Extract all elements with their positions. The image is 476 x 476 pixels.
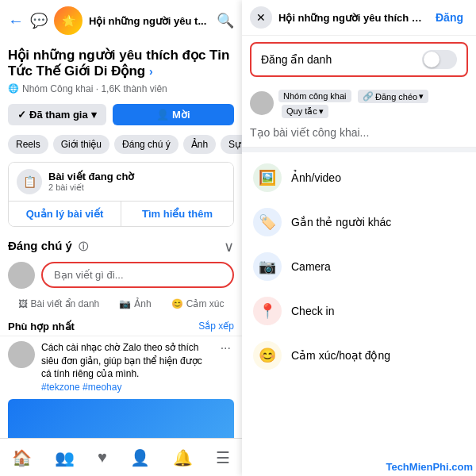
compose-meta: Nhóm công khai 🔗 Đăng chéo ▾ Quy tắc ▾ [278, 88, 468, 118]
learn-more-button[interactable]: Tìm hiểu thêm [121, 202, 233, 226]
post-mode-dropdown[interactable]: 🔗 Đăng chéo ▾ [358, 90, 428, 103]
nav-home[interactable]: 🏠 [12, 448, 32, 467]
checkin-item[interactable]: 📍 Check in [242, 289, 476, 333]
hidden-post-label: Bài viết ẩn danh [31, 298, 100, 309]
tab-intro[interactable]: Giới thiệu [53, 135, 109, 154]
compose-group-tag: Nhóm công khai [278, 90, 351, 102]
post-input-row: Bạn viết gì đi... [0, 259, 242, 292]
right-panel: ✕ Hội những người yêu thích đọc Ti... Đă… [242, 0, 476, 476]
feeling-activity-label: Cảm xúc/hoạt động [291, 349, 390, 362]
tab-events[interactable]: Sự kiệ [221, 135, 242, 154]
compose-placeholder[interactable]: Tạo bài viết công khai... [250, 123, 468, 142]
feed-post: Cách cài nhạc chờ Zalo theo sở thích siê… [0, 336, 242, 451]
group-name-arrow[interactable]: › [149, 65, 153, 78]
feed-header: Phù hợp nhất Sắp xếp [0, 317, 242, 336]
feed-post-text: Cách cài nhạc chờ Zalo theo sở thích siê… [41, 342, 202, 380]
joined-button[interactable]: ✓ Đã tham gia ▾ [8, 104, 106, 125]
right-header: ✕ Hội những người yêu thích đọc Ti... Đă… [242, 0, 476, 36]
post-action-buttons: 🖼 Bài viết ẩn danh 📷 Ảnh 😊 Cảm xúc [0, 292, 242, 317]
pending-header: 📋 Bài viết đang chờ 2 bài viết [9, 163, 233, 201]
post-mode-chevron-icon: ▾ [419, 91, 424, 102]
checkin-icon: 📍 [253, 297, 282, 325]
post-button[interactable]: Đăng [431, 8, 468, 27]
pending-text: Bài viết đang chờ 2 bài viết [48, 171, 134, 193]
post-input[interactable]: Bạn viết gì đi... [41, 262, 234, 288]
feed-post-avatar [8, 341, 35, 368]
user-avatar [8, 262, 35, 289]
close-button[interactable]: ✕ [250, 6, 272, 29]
nav-profile[interactable]: 👤 [130, 448, 150, 467]
section-title: Đáng chú ý ⓘ [8, 239, 88, 254]
hidden-post-button[interactable]: 🖼 Bài viết ẩn danh [12, 295, 106, 313]
feed-sort-button[interactable]: Sắp xếp [198, 321, 234, 332]
feeling-icon: 😊 [171, 298, 183, 309]
left-panel: ← 💬 🌟 Hội những người yêu t... 🔍 Hội nhữ… [0, 0, 242, 476]
hashtag-1[interactable]: #tekzone [41, 382, 80, 393]
info-icon[interactable]: ⓘ [79, 241, 88, 252]
feeling-button[interactable]: 😊 Cảm xúc [165, 295, 231, 313]
invite-icon: 👤 [156, 109, 169, 121]
bottom-navigation: 🏠 👥 ♥ 👤 🔔 ☰ [0, 438, 242, 476]
rules-dropdown[interactable]: Quy tắc ▾ [282, 105, 328, 118]
right-header-title: Hội những người yêu thích đọc Ti... [278, 12, 424, 24]
feeling-activity-item[interactable]: 😊 Cảm xúc/hoạt động [242, 333, 476, 378]
feed-more-button[interactable]: ··· [217, 341, 234, 355]
post-mode-icon: 🔗 [363, 91, 374, 102]
feed-post-header: Cách cài nhạc chờ Zalo theo sở thích siê… [8, 341, 234, 394]
pending-posts-section: 📋 Bài viết đang chờ 2 bài viết Quản lý b… [8, 162, 234, 227]
post-mode-label: Đăng chéo [375, 92, 417, 102]
compose-toolbar: Nhóm công khai 🔗 Đăng chéo ▾ Quy tắc ▾ [250, 88, 468, 118]
nav-friends[interactable]: 👥 [55, 448, 75, 467]
tab-featured[interactable]: Đáng chú ý [114, 135, 178, 154]
feeling-label: Cảm xúc [186, 298, 225, 309]
photo-video-icon: 🖼️ [253, 163, 282, 192]
hidden-post-icon: 🖼 [18, 298, 28, 309]
photo-video-label: Ảnh/video [291, 171, 341, 184]
nav-menu[interactable]: ☰ [216, 448, 230, 467]
pending-subtitle: 2 bài viết [48, 182, 134, 193]
tag-people-item[interactable]: 🏷️ Gắn thẻ người khác [242, 200, 476, 244]
anonymous-toggle[interactable] [422, 50, 457, 69]
group-header: ← 💬 🌟 Hội những người yêu t... 🔍 [0, 0, 242, 41]
camera-icon: 📷 [253, 252, 282, 281]
section-toggle-icon[interactable]: ∨ [224, 238, 234, 255]
avatar: 🌟 [54, 6, 83, 35]
anonymous-label: Đăng ẩn danh [261, 53, 332, 66]
group-info: Hội những người yêu thích đọc Tin Tức Th… [0, 41, 242, 98]
group-meta-text: Nhóm Công khai · 1,6K thành viên [22, 83, 167, 94]
action-buttons: ✓ Đã tham gia ▾ 👤 Mời [0, 98, 242, 132]
tab-photos[interactable]: Ảnh [183, 135, 216, 154]
photo-icon: 📷 [119, 298, 131, 309]
invite-label: Mời [172, 109, 190, 121]
toggle-knob [424, 52, 440, 67]
group-meta: 🌐 Nhóm Công khai · 1,6K thành viên [8, 83, 234, 94]
tag-people-label: Gắn thẻ người khác [291, 216, 391, 228]
tab-reels[interactable]: Reels [8, 135, 48, 154]
pending-buttons: Quản lý bài viết Tìm hiểu thêm [9, 201, 233, 226]
anonymous-toggle-row: Đăng ẩn danh [250, 42, 468, 77]
joined-check-icon: ✓ [17, 109, 26, 121]
message-icon[interactable]: 💬 [30, 12, 48, 29]
pending-title: Bài viết đang chờ [48, 171, 134, 182]
checkin-label: Check in [291, 305, 334, 317]
manage-posts-button[interactable]: Quản lý bài viết [9, 202, 121, 226]
back-icon[interactable]: ← [8, 12, 24, 30]
photo-button[interactable]: 📷 Ảnh [113, 295, 157, 313]
camera-item[interactable]: 📷 Camera [242, 244, 476, 289]
featured-section-header: Đáng chú ý ⓘ ∨ [0, 232, 242, 259]
group-name: Hội những người yêu thích đọc Tin Tức Th… [8, 48, 234, 80]
camera-label: Camera [291, 260, 331, 273]
search-icon[interactable]: 🔍 [217, 12, 234, 29]
globe-icon: 🌐 [8, 83, 19, 94]
nav-notifications[interactable]: 🔔 [173, 448, 193, 467]
feeling-activity-icon: 😊 [253, 341, 282, 370]
rules-chevron-icon: ▾ [319, 106, 324, 117]
photo-label: Ảnh [134, 298, 151, 309]
post-action-list: 🖼️ Ảnh/video 🏷️ Gắn thẻ người khác 📷 Cam… [242, 152, 476, 381]
photo-video-item[interactable]: 🖼️ Ảnh/video [242, 155, 476, 200]
hashtag-2[interactable]: #meohay [83, 382, 121, 393]
joined-chevron-icon: ▾ [91, 109, 97, 121]
nav-favorites[interactable]: ♥ [98, 448, 107, 466]
feed-filter-label: Phù hợp nhất [8, 321, 75, 332]
invite-button[interactable]: 👤 Mời [113, 104, 234, 125]
